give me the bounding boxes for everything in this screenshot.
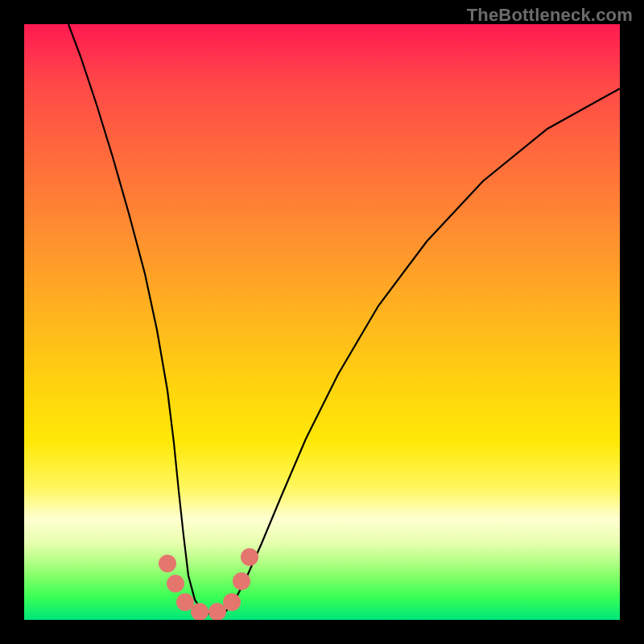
bead-bottom-2 [208, 603, 226, 620]
bead-right-1 [223, 593, 241, 611]
bead-left-1 [159, 555, 176, 572]
curve-markers [159, 548, 258, 620]
watermark-text: TheBottleneck.com [467, 5, 633, 26]
bottleneck-curve [68, 24, 620, 615]
bead-right-3 [241, 548, 258, 566]
bead-left-3 [176, 593, 194, 611]
bead-right-2 [233, 572, 250, 590]
chart-svg [24, 24, 620, 620]
plot-area [24, 24, 620, 620]
bead-left-2 [167, 575, 184, 592]
bead-bottom-1 [191, 603, 208, 620]
